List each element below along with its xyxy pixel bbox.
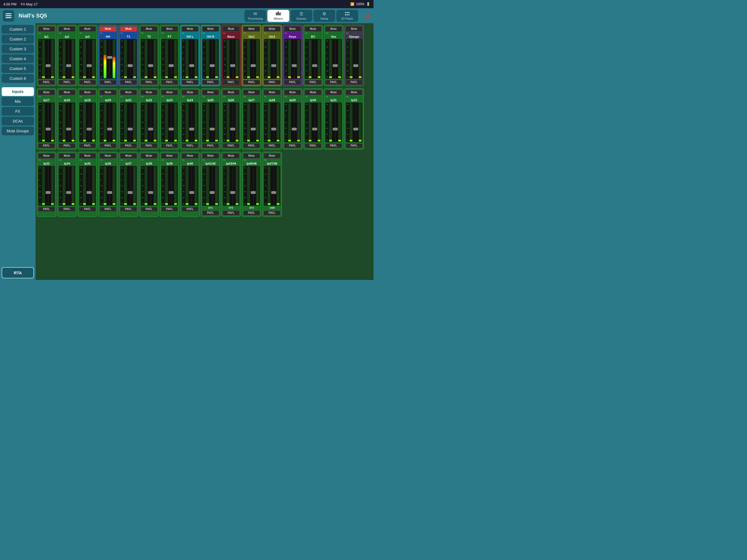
pafl-button-ip4546[interactable]: PAFL	[243, 210, 260, 215]
mute-button-ip26[interactable]: Mute	[223, 90, 239, 95]
fader-area-ip35[interactable]: Pk10010203040	[79, 166, 96, 206]
fader-area-ip16[interactable]: Pk10010203040	[346, 39, 362, 79]
fader-track-ip30[interactable]	[312, 103, 317, 142]
fader-thumb-ip17[interactable]	[46, 128, 51, 130]
fader-track-ip18[interactable]	[66, 103, 71, 142]
fader-area-ip39[interactable]: Pk10010203040	[161, 166, 178, 206]
fader-track-ip4[interactable]	[107, 40, 112, 78]
pafl-button-ip5[interactable]: PAFL	[120, 80, 137, 85]
mute-button-ip4546[interactable]: Mute	[243, 153, 260, 159]
fader-track-ip20[interactable]	[107, 103, 112, 142]
fader-area-ip32[interactable]: Pk10010203040	[346, 103, 362, 142]
fader-track-ip29[interactable]	[291, 103, 297, 142]
fader-thumb-ip6[interactable]	[148, 64, 153, 67]
pafl-button-ip30[interactable]: PAFL	[305, 143, 321, 148]
fader-thumb-ip4748[interactable]	[271, 191, 276, 194]
sidebar-item-custom5[interactable]: Custom 5	[2, 64, 34, 73]
pafl-button-ip23[interactable]: PAFL	[161, 143, 178, 148]
fader-area-ip25[interactable]: Pk10010203040	[202, 103, 219, 142]
fader-thumb-ip4546[interactable]	[251, 191, 256, 194]
fader-track-ip7[interactable]	[169, 40, 174, 78]
mute-button-ip22[interactable]: Mute	[140, 90, 157, 95]
fader-track-ip4546[interactable]	[251, 167, 256, 205]
mute-button-ip29[interactable]: Mute	[284, 90, 301, 95]
sidebar-item-inputs[interactable]: Inputs	[2, 87, 34, 96]
sidebar-item-custom4[interactable]: Custom 4	[2, 54, 34, 63]
fader-area-ip37[interactable]: Pk10010203040	[120, 166, 137, 206]
fader-area-ip34[interactable]: Pk10010203040	[59, 166, 75, 206]
fader-thumb-ip36[interactable]	[107, 191, 112, 194]
fader-area-ip15[interactable]: Pk10010203040	[325, 39, 342, 79]
fader-track-ip23[interactable]	[169, 103, 174, 142]
pafl-button-ip12[interactable]: PAFL	[264, 80, 281, 85]
fader-thumb-ip26[interactable]	[230, 128, 235, 130]
pafl-button-ip9[interactable]: PAFL	[202, 80, 219, 85]
fader-thumb-ip31[interactable]	[333, 128, 338, 130]
mute-button-ip4[interactable]: Mute	[100, 26, 117, 32]
fader-track-ip33[interactable]	[45, 167, 51, 205]
pafl-button-ip17[interactable]: PAFL	[38, 143, 55, 148]
mute-button-ip18[interactable]: Mute	[58, 90, 75, 95]
pafl-button-ip4142[interactable]: PAFL	[202, 210, 219, 215]
fader-track-ip15[interactable]	[333, 40, 338, 78]
fader-thumb-ip1[interactable]	[46, 64, 51, 67]
mute-button-ip6[interactable]: Mute	[140, 26, 157, 32]
fader-track-ip38[interactable]	[148, 167, 153, 205]
fader-thumb-ip35[interactable]	[87, 191, 92, 194]
fader-thumb-ip20[interactable]	[107, 128, 112, 130]
fader-thumb-ip21[interactable]	[128, 128, 133, 130]
pafl-button-ip22[interactable]: PAFL	[140, 143, 157, 148]
mute-button-ip4344[interactable]: Mute	[223, 153, 239, 159]
fader-area-ip12[interactable]: Pk10010203040	[264, 39, 280, 79]
fader-thumb-ip24[interactable]	[189, 128, 194, 130]
pafl-button-ip7[interactable]: PAFL	[161, 80, 178, 85]
fader-area-ip2[interactable]: Pk10010203040	[59, 39, 75, 79]
fader-thumb-ip34[interactable]	[66, 191, 71, 194]
mute-button-ip17[interactable]: Mute	[38, 90, 55, 95]
mute-button-ip34[interactable]: Mute	[58, 153, 75, 159]
fader-area-ip30[interactable]: Pk10010203040	[305, 103, 321, 142]
pafl-button-ip32[interactable]: PAFL	[345, 143, 363, 148]
pafl-button-ip37[interactable]: PAFL	[120, 207, 137, 212]
fader-thumb-ip15[interactable]	[333, 64, 338, 67]
mute-button-ip32[interactable]: Mute	[345, 90, 363, 95]
pafl-button-ip33[interactable]: PAFL	[38, 207, 55, 212]
pafl-button-ip16[interactable]: PAFL	[345, 80, 363, 85]
fader-thumb-ip13[interactable]	[292, 64, 297, 67]
fader-thumb-ip23[interactable]	[169, 128, 174, 130]
fader-track-ip13[interactable]	[291, 40, 297, 78]
mute-button-ip4142[interactable]: Mute	[202, 153, 219, 159]
fader-track-ip4748[interactable]	[271, 167, 277, 205]
fader-track-ip40[interactable]	[189, 167, 195, 205]
fader-track-ip1[interactable]	[45, 40, 51, 78]
mute-button-ip24[interactable]: Mute	[182, 90, 199, 95]
fader-track-ip24[interactable]	[189, 103, 195, 142]
fader-area-ip18[interactable]: Pk10010203040	[59, 103, 75, 142]
fader-area-ip5[interactable]: Pk10010203040	[120, 39, 137, 79]
rta-button[interactable]: RTA	[2, 267, 34, 278]
mute-button-ip31[interactable]: Mute	[325, 90, 342, 95]
mute-button-ip11[interactable]: Mute	[243, 26, 260, 32]
fader-area-ip26[interactable]: Pk10010203040	[223, 103, 239, 142]
fader-thumb-ip19[interactable]	[87, 128, 92, 130]
fader-thumb-ip10[interactable]	[230, 64, 235, 67]
mute-button-ip2[interactable]: Mute	[58, 26, 75, 32]
tab-meters[interactable]: Meters	[267, 10, 289, 22]
pafl-button-ip14[interactable]: PAFL	[305, 80, 321, 85]
fader-thumb-ip11[interactable]	[251, 64, 256, 67]
sidebar-item-custom6[interactable]: Custom 6	[2, 74, 34, 83]
fader-area-ip9[interactable]: Pk10010203040	[202, 39, 219, 79]
mute-button-ip1[interactable]: Mute	[38, 26, 55, 32]
fader-thumb-ip3[interactable]	[87, 64, 92, 67]
fader-thumb-ip7[interactable]	[169, 64, 174, 67]
pafl-button-ip21[interactable]: PAFL	[120, 143, 137, 148]
sidebar-item-fx[interactable]: FX	[2, 107, 34, 116]
fader-area-ip27[interactable]: Pk10010203040	[243, 103, 260, 142]
fader-track-ip17[interactable]	[45, 103, 51, 142]
fader-track-ip3[interactable]	[86, 40, 92, 78]
mute-button-ip7[interactable]: Mute	[161, 26, 178, 32]
mute-button-ip37[interactable]: Mute	[120, 153, 137, 159]
mute-button-ip4748[interactable]: Mute	[264, 153, 281, 159]
pafl-button-ip24[interactable]: PAFL	[182, 143, 199, 148]
fader-track-ip14[interactable]	[312, 40, 317, 78]
